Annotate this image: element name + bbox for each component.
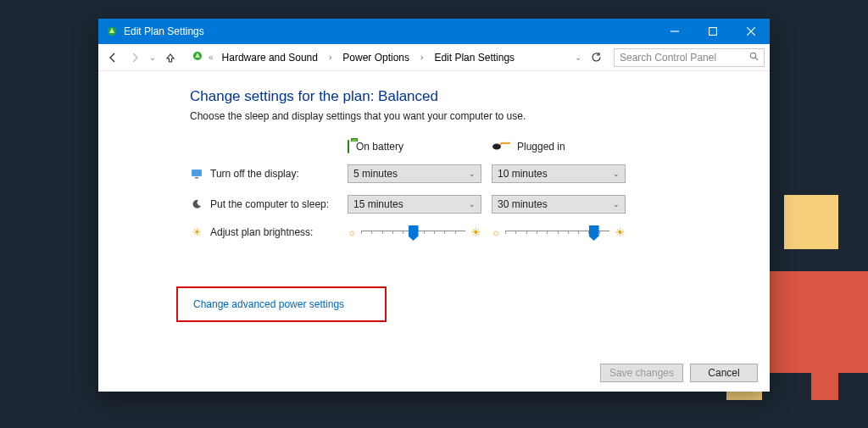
- dialog-footer: Save changes Cancel: [98, 354, 770, 392]
- search-input[interactable]: [620, 52, 759, 64]
- advanced-settings-link[interactable]: Change advanced power settings: [193, 298, 344, 310]
- highlight-annotation: Change advanced power settings: [176, 286, 387, 322]
- brightness-icon: ☀: [190, 225, 203, 239]
- chevron-right-icon: ›: [416, 53, 427, 62]
- svg-point-8: [492, 144, 501, 150]
- window-title: Edit Plan Settings: [124, 25, 204, 37]
- chevron-down-icon: ⌄: [613, 170, 620, 178]
- minimize-button[interactable]: [655, 19, 693, 44]
- up-button[interactable]: [161, 48, 180, 67]
- sleep-plugged-select[interactable]: 30 minutes ⌄: [492, 195, 626, 214]
- close-button[interactable]: [732, 19, 770, 44]
- nav-toolbar: ⌄ « Hardware and Sound › Power Options ›…: [98, 44, 770, 71]
- breadcrumb-overflow[interactable]: «: [207, 53, 215, 62]
- sun-large-icon: ☀: [470, 225, 481, 239]
- chevron-right-icon: ›: [325, 53, 336, 62]
- chevron-down-icon: ⌄: [469, 200, 476, 208]
- breadcrumb-item[interactable]: Power Options: [339, 50, 413, 65]
- sun-small-icon: ☼: [492, 227, 500, 237]
- search-box[interactable]: [614, 48, 765, 67]
- settings-grid: On battery Plugged in Turn off the displ…: [190, 141, 749, 239]
- forward-button[interactable]: [125, 48, 144, 67]
- brightness-battery-slider[interactable]: ☼ ☀: [348, 225, 481, 239]
- display-battery-select[interactable]: 5 minutes ⌄: [348, 164, 481, 183]
- breadcrumb-item[interactable]: Hardware and Sound: [219, 50, 321, 65]
- svg-line-7: [755, 58, 758, 60]
- plug-icon: [492, 142, 510, 152]
- display-icon: [190, 167, 203, 181]
- sleep-icon: [190, 197, 203, 211]
- display-plugged-select[interactable]: 10 minutes ⌄: [492, 164, 626, 183]
- brightness-plugged-slider[interactable]: ☼ ☀: [492, 225, 626, 239]
- chevron-down-icon: ⌄: [469, 170, 476, 178]
- back-button[interactable]: [103, 48, 122, 67]
- window: Edit Plan Settings ⌄ « Hardware and Soun…: [98, 19, 770, 392]
- recent-locations-button[interactable]: ⌄: [147, 53, 158, 62]
- column-header-battery: On battery: [348, 141, 481, 153]
- address-dropdown[interactable]: ⌄: [573, 53, 583, 62]
- save-button[interactable]: Save changes: [600, 364, 683, 382]
- column-header-plugged: Plugged in: [492, 141, 626, 153]
- svg-rect-2: [709, 28, 716, 36]
- cancel-button[interactable]: Cancel: [690, 364, 758, 382]
- sleep-battery-select[interactable]: 15 minutes ⌄: [348, 195, 481, 214]
- svg-rect-9: [192, 170, 202, 176]
- svg-rect-10: [195, 177, 198, 179]
- decoration: [811, 373, 838, 400]
- sun-large-icon: ☀: [615, 225, 626, 239]
- app-icon: [105, 25, 119, 38]
- maximize-button[interactable]: [693, 19, 732, 44]
- page-subheading: Choose the sleep and display settings th…: [190, 110, 749, 122]
- page-heading: Change settings for the plan: Balanced: [190, 88, 749, 105]
- refresh-button[interactable]: [587, 48, 605, 67]
- row-brightness: ☀ Adjust plan brightness:: [190, 225, 337, 239]
- search-icon: [749, 52, 759, 64]
- chevron-down-icon: ⌄: [613, 200, 620, 208]
- sun-small-icon: ☼: [348, 227, 356, 237]
- titlebar[interactable]: Edit Plan Settings: [98, 19, 770, 44]
- content-area: Change settings for the plan: Balanced C…: [98, 71, 770, 354]
- row-display: Turn off the display:: [190, 167, 337, 181]
- decoration: [784, 195, 838, 249]
- row-sleep: Put the computer to sleep:: [190, 197, 337, 211]
- location-icon: [192, 50, 203, 64]
- battery-icon: [348, 141, 349, 153]
- breadcrumb-item[interactable]: Edit Plan Settings: [431, 50, 518, 65]
- decoration: [766, 271, 868, 373]
- svg-point-6: [750, 53, 755, 58]
